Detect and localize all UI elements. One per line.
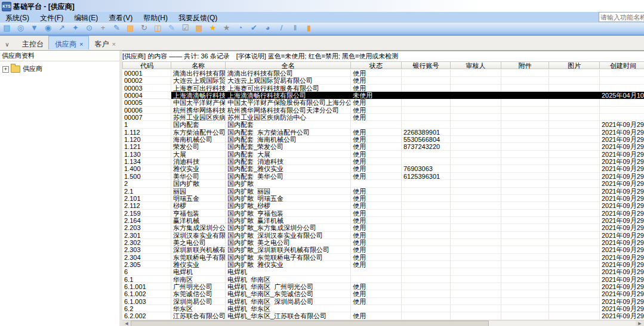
search-icon[interactable]: ⊙: [84, 23, 94, 33]
tab-label: 供应商: [55, 40, 76, 48]
scroll-left-button[interactable]: ◀: [122, 321, 131, 326]
table-row[interactable]: 1.120海南机械公司国内配套_海南机械公司使用55305668042021年0…: [122, 136, 644, 143]
menu-item[interactable]: 帮助(H): [138, 12, 173, 23]
tools-icon[interactable]: ✦: [70, 23, 81, 33]
table-row[interactable]: 00007苏州工业园区疾病预苏州工业园区疾病防治中心使用: [122, 114, 644, 121]
table-row[interactable]: 00006杭州携华网络科技有杭州携华网络科技有限公司天津分公司使用: [122, 107, 644, 114]
table-row[interactable]: 00002大连云上观国际贸易大连云上观国际贸易有限公司使用: [122, 77, 644, 84]
package-icon[interactable]: ▩: [194, 23, 204, 33]
table-row[interactable]: 1.130大展国内配套_大展使用2021年09月29日 0: [122, 151, 644, 158]
cell-图片: [549, 276, 600, 283]
table-row[interactable]: 6.1华南区电焊机_华南区2021年09月29日 0: [122, 276, 644, 283]
favorite-icon[interactable]: ★: [208, 23, 218, 33]
table-row[interactable]: 00003上海赛可出行科技服上海赛可出行科技服务有限公司使用: [122, 85, 644, 92]
table-row[interactable]: 1.134消迪科技国内配套_消迪科技使用2021年09月29日 0: [122, 158, 644, 165]
menu-item[interactable]: 编辑(E): [69, 12, 103, 23]
cell-全名: 国内配套_美华公司: [226, 173, 351, 180]
menu-item[interactable]: 系统(S): [0, 12, 35, 23]
tab-list-chevron-icon[interactable]: ∨: [0, 38, 14, 48]
revert-icon[interactable]: ↻: [139, 23, 149, 33]
scrollbar-thumb[interactable]: [131, 321, 489, 326]
tree-item-supplier-root[interactable]: +供应商: [2, 64, 42, 73]
table-row[interactable]: 2.159亨福包装国内扩散_亨福包装使用2021年09月29日 0: [122, 210, 644, 217]
table-row[interactable]: 6.2华东区电焊机_华东区2021年09月29日 0: [122, 305, 644, 312]
table-row[interactable]: 2.304东莞联桥电子有限公国内扩散_东莞联桥电子有限公司使用2021年09月2…: [122, 254, 644, 261]
horizontal-scrollbar[interactable]: ◀ ▶: [122, 320, 644, 326]
edit-record-icon[interactable]: ✎: [112, 23, 122, 33]
table-row[interactable]: 00001滴滴出行科技有限公滴滴出行科技有限公司使用: [122, 70, 644, 77]
table-row[interactable]: 2.164赢洋机械国内扩散_赢洋机械使用2021年09月29日 0: [122, 217, 644, 224]
refresh-icon[interactable]: ◎: [16, 23, 26, 33]
table-row[interactable]: 1.500美华公司国内配套_美华公司使用61253963012021年09月29…: [122, 173, 644, 180]
table-row[interactable]: 1国内配套国内配套2021年09月29日 0: [122, 121, 644, 128]
delete-icon[interactable]: ◫: [153, 23, 163, 33]
column-header-名称[interactable]: 名称: [171, 61, 226, 69]
modify-icon[interactable]: ✎: [167, 23, 177, 33]
column-header-图片[interactable]: 图片: [549, 61, 600, 69]
table-row[interactable]: 2.101明瑞五金国内扩散_明瑞五金使用2021年09月29日 0: [122, 195, 644, 202]
table-row[interactable]: 6.1.001广州明光公司电焊机_华南区_广州明光公司使用2021年09月29日…: [122, 283, 644, 290]
menu-item[interactable]: 我要反馈(Q): [173, 12, 223, 23]
audit-icon[interactable]: ☑: [180, 23, 190, 33]
exit-icon[interactable]: ▮: [304, 23, 314, 33]
table-row[interactable]: 1.400雅仪实业国内配套_雅仪实业使用769030632021年09月29日 …: [122, 165, 644, 172]
approve-icon[interactable]: ✔: [249, 23, 259, 33]
column-header-银行账号[interactable]: 银行账号: [402, 61, 451, 69]
menu-item[interactable]: 文件(F): [35, 12, 69, 23]
tab-close-icon[interactable]: ×: [112, 41, 116, 48]
column-header-审核人[interactable]: 审核人: [451, 61, 501, 69]
table-row[interactable]: 00005中国太平洋财产保险中国太平洋财产保险股份有限公司上海分公司使用: [122, 99, 644, 106]
scroll-right-button[interactable]: ▶: [636, 321, 644, 326]
table-row[interactable]: 2.203东方集成深圳分公司国内扩散_东方集成深圳分公司使用2021年09月29…: [122, 224, 644, 231]
cell-附件: [501, 77, 549, 84]
add-record-icon[interactable]: +: [98, 23, 108, 33]
table-row[interactable]: 2.1丽园国内扩散_丽园使用2021年09月29日 0: [122, 188, 644, 195]
tab-close-icon[interactable]: ×: [79, 41, 83, 48]
column-header-全名[interactable]: 全名: [226, 61, 351, 69]
table-row[interactable]: 2.305雅仪实业国内扩散_雅仪实业使用2021年09月29日 0: [122, 261, 644, 268]
menu-item[interactable]: 查看(V): [103, 12, 138, 23]
time-icon[interactable]: ◕: [263, 23, 273, 33]
cell-全名: 国内配套_东方柴油配件公司: [226, 129, 351, 136]
column-header-附件[interactable]: 附件: [501, 61, 549, 69]
tab-主控台[interactable]: 主控台: [16, 36, 48, 50]
cell-银行账号: [402, 246, 451, 253]
sign-icon[interactable]: /: [276, 23, 286, 33]
export-icon[interactable]: ↗: [57, 23, 67, 33]
cell-银行账号: [402, 121, 451, 128]
table-row[interactable]: 2.112桫椤国内扩散_桫椤使用2021年09月29日 0: [122, 202, 644, 209]
table-row[interactable]: 6.1.003深圳尚易公司电焊机_华南区_深圳尚易公司使用2021年09月29日…: [122, 298, 644, 305]
table-row[interactable]: 1.121荣发公司国内配套_荣发公司使用87372432202021年09月29…: [122, 143, 644, 150]
report-icon[interactable]: ▤: [125, 23, 135, 33]
stats-icon[interactable]: ◔: [235, 23, 245, 33]
cell-图片: [549, 268, 600, 275]
cell-图片: [549, 232, 600, 239]
table-row[interactable]: 2.302美之电公司国内扩散_美之电公司使用2021年09月29日 0: [122, 239, 644, 246]
function-search-input[interactable]: [599, 12, 644, 22]
cell-名称: 滴滴出行科技有限公: [171, 70, 226, 77]
filter-icon[interactable]: ▼: [29, 23, 39, 33]
table-row[interactable]: 6.2.002江苏联合有限公司电焊机_华东区_江苏联合有限公司使用2021年09…: [122, 312, 644, 319]
tab-供应商[interactable]: 供应商×: [48, 36, 88, 49]
flash-icon[interactable]: ◉: [43, 23, 53, 33]
tab-客户[interactable]: 客户×: [89, 36, 121, 50]
column-header-代码[interactable]: 代码: [122, 61, 171, 69]
column-header-状态[interactable]: 状态: [351, 61, 402, 69]
cell-图片: [549, 180, 600, 187]
table-row[interactable]: 2.303深圳新联兴机械有限国内扩散_深圳新联兴机械有限公司使用2021年09月…: [122, 246, 644, 253]
unfavorite-icon[interactable]: ★: [221, 23, 232, 33]
table-row[interactable]: 00004上海滴滴畅行科技有上海滴滴畅行科技有限公司未使用2025年04月10日…: [122, 92, 644, 99]
pause-icon[interactable]: ‖: [290, 23, 300, 33]
table-row[interactable]: 6.1.002东莞诚信公司电焊机_华南区_东莞诚信公司使用2021年09月29日…: [122, 290, 644, 297]
table-row[interactable]: 2国内扩散国内扩散2021年09月29日 0: [122, 180, 644, 187]
tree-expand-icon[interactable]: +: [2, 66, 9, 73]
cell-代码: 00001: [122, 70, 171, 77]
table-row[interactable]: 1.112东方柴油配件公司国内配套_东方柴油配件公司使用226838990120…: [122, 129, 644, 136]
print-icon[interactable]: ▤: [2, 23, 12, 33]
cell-银行账号: [402, 224, 451, 231]
cell-全名: 国内配套_荣发公司: [226, 143, 351, 150]
column-header-创建时间[interactable]: 创建时间: [600, 61, 644, 69]
cell-附件: [501, 188, 549, 195]
table-row[interactable]: 2.301深圳汉泰实业有限公国内扩散_深圳汉泰实业有限公司使用2021年09月2…: [122, 232, 644, 239]
table-row[interactable]: 6电焊机电焊机2021年09月29日 0: [122, 268, 644, 275]
